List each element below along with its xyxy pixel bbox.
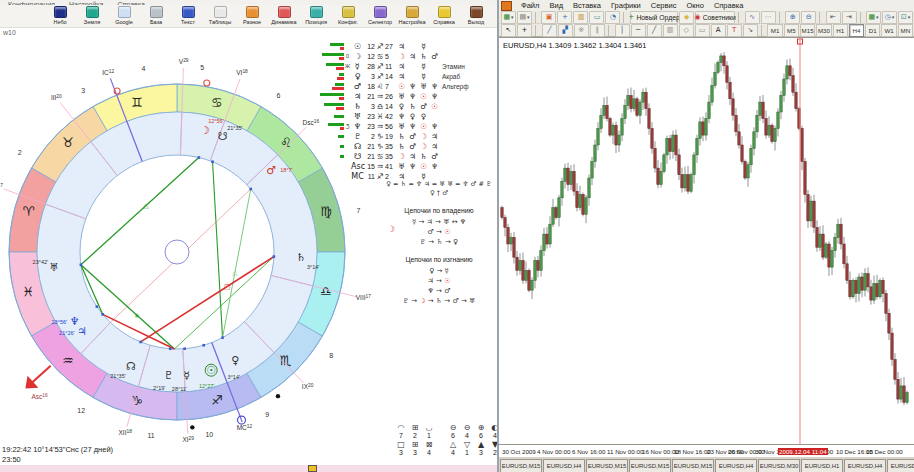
toolbar-icon-button[interactable]: ⇥ <box>842 11 857 24</box>
toolbar-button-позиция[interactable]: Позиция <box>300 5 332 25</box>
tool-icon: ▦ <box>868 13 875 21</box>
toolbar-icon-button[interactable]: + <box>557 11 572 24</box>
timeframe-button-m1[interactable]: M1 <box>767 24 782 37</box>
candle-down <box>738 132 740 145</box>
toolbar-icon-button[interactable]: ╱ <box>542 24 557 37</box>
timeframe-button-mn[interactable]: MN <box>898 24 913 37</box>
toolbar-icon-button[interactable]: ▤▾ <box>517 11 532 24</box>
planet-table-row: ♃21♒26♅♆☉♆ <box>318 91 497 101</box>
chart-tab[interactable]: EURUSD,H1 <box>801 459 843 472</box>
candle-up <box>717 63 719 73</box>
chart-tab[interactable]: EURUSD,H4 <box>715 459 757 472</box>
toolbar-icon-button[interactable]: ∿ <box>745 11 760 24</box>
toolbar-icon-button[interactable]: ▞ <box>558 24 573 37</box>
toolbar-button-справка[interactable]: Справка <box>428 5 460 25</box>
toolbar-button-выход[interactable]: Выход <box>460 5 492 25</box>
toolbar-icon-button[interactable]: ◈ <box>679 11 694 24</box>
timeframe-button-m5[interactable]: M5 <box>784 24 799 37</box>
toolbar-icon-button[interactable]: ◷▾ <box>882 11 897 24</box>
toolbar-icon-button[interactable]: ▥ <box>663 24 678 37</box>
count-symbol: ⊕ <box>474 423 488 432</box>
mt4-menu-item[interactable]: Окно <box>681 1 708 10</box>
toolbar-icon-button[interactable]: ▭ <box>589 11 604 24</box>
toolbar-button-база[interactable]: База <box>140 5 172 25</box>
mt4-menu-item[interactable]: Вставка <box>568 1 606 10</box>
mt4-menu-item[interactable]: Сервис <box>646 1 682 10</box>
toolbar-icon-button[interactable]: A <box>711 24 726 37</box>
chart-tab[interactable]: EURUSD,M15 <box>586 459 628 472</box>
candle-down <box>609 119 611 136</box>
candle-down <box>771 125 773 142</box>
strength-bars <box>318 43 344 50</box>
toolbar-button-разное[interactable]: Разное <box>236 5 268 25</box>
chart-tab[interactable]: EURUSD,M15 <box>500 459 542 472</box>
button-советники[interactable]: ◉Советники <box>695 11 735 24</box>
toolbar-icon-button[interactable]: ↖ <box>501 24 516 37</box>
planet-symbol: ☋ <box>351 152 364 161</box>
toolbar-icon-button[interactable]: ⋯ <box>761 11 776 24</box>
chart-tab[interactable]: EURUSD,M15 <box>629 459 671 472</box>
toolbar-button-настройка[interactable]: Настройка <box>396 5 428 25</box>
time-axis[interactable]: 30 Oct 20094 Nov 00:006 Nov 16:0011 Nov … <box>499 444 914 458</box>
timeframe-button-d1[interactable]: D1 <box>865 24 880 37</box>
aspect-marker: □ <box>224 283 231 291</box>
candle-up <box>753 132 755 149</box>
toolbar-button-google[interactable]: Google <box>108 5 140 25</box>
toolbar-button-земля[interactable]: Земля <box>76 5 108 25</box>
toolbar-button-текст[interactable]: Текст <box>172 5 204 25</box>
mt4-menu-item[interactable]: Графики <box>606 1 646 10</box>
house-cusp-line <box>180 68 183 155</box>
toolbar-button-селектор[interactable]: Селектор <box>364 5 396 25</box>
toolbar-button-небо[interactable]: Небо <box>44 5 76 25</box>
toolbar-icon-button[interactable]: ∥ <box>590 24 605 37</box>
planet-degree-label: 21°35' <box>110 373 126 379</box>
mt4-menu-item[interactable]: Вид <box>544 1 568 10</box>
timeframe-button-m15[interactable]: M15 <box>800 24 815 37</box>
cusp-label: IX20 <box>302 383 314 390</box>
toolbar-icon-button[interactable]: ⊡▾ <box>898 11 913 24</box>
toolbar-icon-button[interactable]: ⊖ <box>801 11 816 24</box>
mt4-chart-area[interactable]: EURUSD,H4 1.3409 1.3462 1.3404 1.3461 <box>499 37 914 445</box>
toolbar-icon-button[interactable]: │ <box>615 24 630 37</box>
candle-down <box>807 195 809 221</box>
toolbar-button-динамика[interactable]: Динамика <box>268 5 300 25</box>
chart-tab[interactable]: EURUSD,H4 <box>543 459 585 472</box>
toolbar-icon-button[interactable]: + <box>517 24 532 37</box>
chart-tab[interactable]: EURUSD,M15 <box>672 459 714 472</box>
toolbar-icon-button[interactable]: ※ <box>574 24 589 37</box>
house-cusp-line <box>62 322 111 374</box>
toolbar-icon-button[interactable]: ▦▾ <box>866 11 881 24</box>
toolbar-button-таблицы[interactable]: Таблицы <box>204 5 236 25</box>
timeframe-button-w1[interactable]: W1 <box>881 24 896 37</box>
chart-tab[interactable]: EURUSD,M30 <box>758 459 800 472</box>
toolbar-icon-button[interactable]: ⇤ <box>826 11 841 24</box>
timeframe-button-h4[interactable]: H4 <box>849 24 864 37</box>
toolbar-icon-button[interactable]: ◔ <box>605 11 620 24</box>
toolbar-icon-button[interactable]: ⊕ <box>785 11 800 24</box>
button-новый-ордер[interactable]: +Новый Ордер <box>630 11 678 24</box>
timeframe-button-h1[interactable]: H1 <box>833 24 848 37</box>
toolbar-icon-button[interactable]: ─ <box>631 24 646 37</box>
mt4-menu-item[interactable]: Файл <box>516 1 544 10</box>
zodiac-sign-segment <box>9 252 56 336</box>
aspect-line <box>110 189 250 322</box>
toolbar-icon-button[interactable]: ▥ <box>573 11 588 24</box>
toolbar-icon-button[interactable]: Т <box>727 24 742 37</box>
chart-tab[interactable]: EURUSD,D1 <box>887 459 914 472</box>
timeframe-button-m30[interactable]: M30 <box>816 24 831 37</box>
toolbar-icon-button[interactable]: ▣ <box>541 11 556 24</box>
chart-tab[interactable]: EURUSD,H4 <box>844 459 886 472</box>
toolbar-icon-button[interactable]: ▦▾ <box>501 11 516 24</box>
toolbar-icon-button[interactable]: ◇ <box>679 24 694 37</box>
tool-icon: ▭ <box>594 13 601 21</box>
tray-warning-icon[interactable] <box>308 465 317 472</box>
mt4-menu-item[interactable]: Справка <box>709 1 748 10</box>
toolbar-icon-button[interactable]: ▭ <box>695 24 710 37</box>
mt4-app-icon[interactable] <box>501 1 512 11</box>
toolbar-icon-button[interactable]: ╱ <box>647 24 662 37</box>
toolbar-button-конфиг[interactable]: Конфиг. <box>332 5 364 25</box>
aspect-marker: △ <box>232 269 238 277</box>
house-cusp-line <box>212 343 242 422</box>
toolbar-icon-button[interactable]: ↘ <box>743 24 758 37</box>
candle-down <box>651 129 653 149</box>
